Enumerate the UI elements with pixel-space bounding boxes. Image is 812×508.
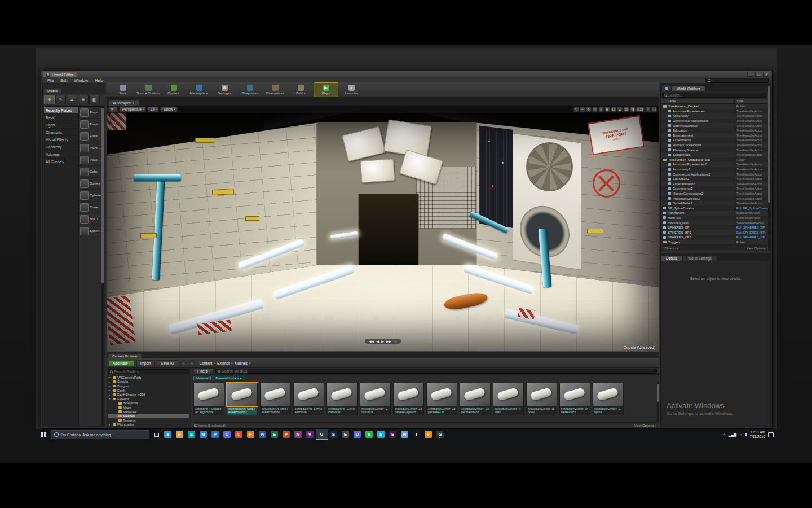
modes-category[interactable]: Geometry bbox=[44, 143, 78, 151]
start-button[interactable] bbox=[36, 429, 51, 440]
actor-type[interactable]: Folder bbox=[734, 158, 770, 161]
actor-type[interactable]: TreeHandlerActor bbox=[734, 114, 770, 117]
close-button[interactable]: ✕ bbox=[763, 72, 770, 77]
viewport-tool-icon[interactable]: ❐ bbox=[651, 107, 657, 112]
outliner-row[interactable]: MathTool StaticMeshActor bbox=[661, 216, 770, 221]
filter-chip[interactable]: Material Instance bbox=[213, 376, 244, 380]
actor-type[interactable]: TreeHandlerActor bbox=[734, 138, 770, 142]
playback-control[interactable]: ▶▶ bbox=[386, 339, 391, 343]
breadcrumb-item[interactable]: Exterior bbox=[217, 361, 230, 365]
details-tab[interactable]: Details bbox=[661, 256, 682, 261]
modes-category[interactable]: Visual Effects bbox=[44, 136, 78, 143]
viewport-tool-icon[interactable]: 4 bbox=[645, 107, 651, 112]
project-tab[interactable]: U Unreal Editor bbox=[43, 72, 77, 77]
actor-type[interactable]: TreeHandlerActor bbox=[734, 182, 770, 186]
taskbar-app-icon[interactable]: G bbox=[434, 429, 446, 440]
type-column-header[interactable]: Type bbox=[734, 99, 770, 103]
outliner-row[interactable]: Education2 TreeHandlerActor bbox=[661, 177, 770, 182]
placeable-item[interactable]: Empty Pawn bbox=[79, 130, 104, 142]
viewport-3d-scene[interactable]: EMERGENCY USE FIRE PORT JPM C2 bbox=[107, 106, 659, 351]
asset-card[interactable]: exModuleAft_MiniResearchMod2 bbox=[227, 383, 258, 421]
placeable-item[interactable]: Empty Actor bbox=[79, 107, 104, 119]
toolbar-button[interactable]: Build ▾ bbox=[289, 83, 312, 97]
viewport-tool-icon[interactable]: ↻ bbox=[586, 107, 592, 112]
add-new-button[interactable]: Add New ▾ bbox=[109, 360, 134, 366]
tray-icon[interactable]: ^ bbox=[723, 433, 725, 437]
help-search-input[interactable] bbox=[712, 78, 766, 82]
folder-row[interactable]: ▸ Cupola bbox=[108, 380, 189, 384]
outliner-row[interactable]: FlashBright StaticMeshActor bbox=[661, 211, 770, 216]
asset-card[interactable]: exModuleCenter_JapaneseExpMod bbox=[393, 383, 424, 421]
outliner-row[interactable]: BP_SplineCreator Edit BP_SplineCreator bbox=[661, 205, 770, 211]
viewport-tool-icon[interactable]: ◨ bbox=[630, 107, 636, 112]
expand-arrow-icon[interactable]: ▸ bbox=[109, 427, 112, 428]
expand-arrow-icon[interactable]: ▸ bbox=[109, 376, 112, 379]
placeable-item[interactable]: Point Light bbox=[79, 142, 104, 154]
toolbar-button[interactable]: Marketplace bbox=[187, 83, 211, 97]
outliner-row[interactable]: SPHERES_BP Edit SPHERES_BP bbox=[661, 225, 770, 230]
expand-arrow-icon[interactable]: ▸ bbox=[109, 380, 112, 383]
outliner-row[interactable]: HumanConnections2 TreeHandlerActor bbox=[661, 191, 770, 196]
mode-tab-icon[interactable]: ▲ bbox=[67, 95, 77, 104]
outliner-row[interactable]: Triggers Folder bbox=[661, 240, 770, 245]
outliner-row[interactable]: Astronomy2 TreeHandlerActor bbox=[661, 167, 770, 172]
expand-arrow-icon[interactable]: ▾ bbox=[109, 397, 112, 400]
folder-row[interactable]: Textures bbox=[108, 418, 189, 423]
playback-control[interactable]: ⋯ bbox=[394, 339, 397, 343]
outliner-row[interactable]: PlanetaryScience TreeHandlerActor bbox=[661, 147, 770, 152]
mode-tab-icon[interactable]: ❀ bbox=[78, 95, 89, 104]
folders-search[interactable] bbox=[108, 369, 189, 374]
taskbar-app-icon[interactable]: C bbox=[221, 429, 233, 440]
placeable-item[interactable]: Empty Character bbox=[79, 119, 104, 130]
actor-type[interactable]: Folder bbox=[734, 240, 770, 244]
asset-grid-scrollbar[interactable] bbox=[657, 382, 659, 422]
taskbar-app-icon[interactable]: P bbox=[280, 429, 292, 440]
outliner-row[interactable]: Astronomy TreeHandlerActor bbox=[661, 113, 770, 119]
actor-type[interactable]: TreeHandlerActor bbox=[734, 168, 770, 171]
actor-type[interactable]: TreeHandlerActor bbox=[734, 202, 770, 205]
actor-type[interactable]: TreeHandlerActor bbox=[734, 129, 770, 132]
taskbar-app-icon[interactable]: E bbox=[268, 429, 280, 440]
modes-panel-tab[interactable]: Modes bbox=[44, 89, 61, 93]
task-view-button[interactable] bbox=[151, 429, 162, 440]
taskbar-app-icon[interactable]: S bbox=[387, 429, 399, 440]
outliner-row[interactable]: SocialMedia2 TreeHandlerActor bbox=[661, 201, 770, 206]
actor-type[interactable]: TreeHandlerActor bbox=[734, 148, 770, 152]
playback-control[interactable]: ▶ bbox=[381, 339, 384, 343]
outliner-row[interactable]: HumanConnections TreeHandlerActor bbox=[661, 143, 770, 148]
toolbar-button[interactable]: ▶ Play ▾ bbox=[314, 83, 338, 97]
actor-type[interactable]: Edit BP_SplineCreator bbox=[734, 207, 770, 210]
modes-category[interactable]: All Classes bbox=[44, 158, 78, 165]
asset-card[interactable]: exModuleAft_MiniResearchMod1 bbox=[260, 383, 291, 421]
actor-type[interactable]: TreeHandlerActor bbox=[734, 163, 770, 166]
playback-control[interactable]: ◀◀ bbox=[369, 339, 374, 343]
viewport-tool-icon[interactable]: ↖ bbox=[573, 107, 579, 112]
outliner-row[interactable]: SPHERES_BP3 Edit SPHERES_BP bbox=[661, 230, 770, 235]
placeable-item[interactable]: Cone bbox=[79, 202, 104, 213]
taskbar-app-icon[interactable]: F bbox=[245, 429, 257, 440]
actor-type[interactable]: TreeHandlerActor bbox=[734, 173, 770, 176]
toolbar-button[interactable]: » Launch ▾ bbox=[339, 83, 363, 97]
taskbar-app-icon[interactable]: C bbox=[233, 429, 245, 440]
maximize-button[interactable]: ❐ bbox=[755, 72, 762, 77]
filter-chip[interactable]: Material bbox=[193, 376, 211, 380]
taskbar-app-icon[interactable]: M bbox=[197, 429, 209, 440]
actor-type[interactable]: TreeHandlerActor bbox=[734, 143, 770, 147]
menu-item[interactable]: Help bbox=[92, 78, 105, 82]
actor-type[interactable]: Edit SPHERES_BP bbox=[734, 226, 770, 229]
folder-row[interactable]: ▸ EarthShader_v005 bbox=[108, 392, 189, 397]
actor-type[interactable]: TreeHandlerActor bbox=[734, 187, 770, 190]
expand-arrow-icon[interactable]: ▸ bbox=[109, 393, 112, 396]
placeable-item[interactable]: Box Trigger bbox=[79, 213, 104, 225]
asset-card[interactable]: exModuleCenter_JapaneseELM bbox=[426, 383, 457, 421]
taskbar-app-icon[interactable]: U bbox=[316, 429, 328, 440]
actor-type[interactable]: TreeHandlerActor bbox=[734, 134, 770, 137]
taskbar-app-icon[interactable]: F bbox=[174, 429, 186, 440]
folder-row[interactable]: Meshes bbox=[108, 414, 189, 418]
folder-row[interactable]: ▸ VRCameraPath bbox=[108, 375, 189, 380]
view-options-button[interactable]: View Options ▾ bbox=[634, 424, 656, 427]
folder-row[interactable]: Materials bbox=[108, 410, 189, 414]
viewport-tab[interactable]: Viewport 1 bbox=[109, 100, 139, 106]
save-all-button[interactable]: Save All bbox=[157, 360, 178, 366]
asset-card[interactable]: exModAft_FunctionalCargoBlock bbox=[193, 383, 224, 421]
